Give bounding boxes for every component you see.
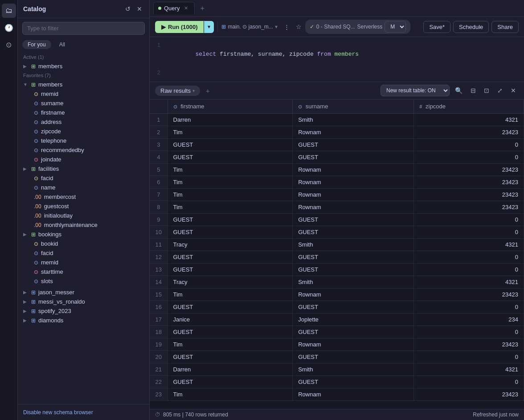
sidebar-col-initialoutlay[interactable]: .00 initialoutlay bbox=[18, 211, 149, 220]
close-tab-icon[interactable]: ✕ bbox=[184, 5, 188, 11]
sidebar-item-active-members[interactable]: ▶ ⊞ members bbox=[18, 62, 149, 71]
key-icon: ⊙ bbox=[34, 91, 38, 97]
zipcode-cell: 23423 bbox=[414, 189, 524, 201]
m-select[interactable]: M S L bbox=[385, 21, 406, 33]
sidebar-col-slots[interactable]: ⊙ slots bbox=[18, 276, 149, 286]
catalog-filter-input[interactable] bbox=[22, 22, 145, 35]
nav-schema-icon[interactable]: ⊙ bbox=[2, 37, 16, 52]
search-results-button[interactable]: 🔍 bbox=[452, 85, 465, 96]
chevron-right-icon4: ▶ bbox=[23, 290, 29, 295]
surname-cell: Smith bbox=[293, 114, 414, 126]
col-header-surname[interactable]: ⊙ surname bbox=[293, 99, 414, 114]
row-number-cell: 14 bbox=[150, 276, 168, 288]
query-tab[interactable]: Query ✕ bbox=[153, 2, 195, 15]
results-tab[interactable]: Raw results ▾ bbox=[155, 86, 200, 96]
query-tab-label: Query bbox=[164, 5, 180, 12]
tab-status-dot bbox=[158, 7, 161, 10]
firstname-cell: Tim bbox=[168, 338, 293, 351]
row-number-cell: 19 bbox=[150, 338, 168, 351]
sidebar-col-firstname[interactable]: ⊙ firstname bbox=[18, 108, 149, 117]
zipcode-cell: 0 bbox=[414, 251, 524, 264]
new-result-table-select[interactable]: New result table: ON New result table: O… bbox=[381, 85, 450, 96]
star-icon[interactable]: ☆ bbox=[296, 23, 302, 30]
disable-schema-browser-link[interactable]: Disable new schema browser bbox=[23, 409, 93, 416]
sidebar-col-starttime[interactable]: ⊙ starttime bbox=[18, 267, 149, 276]
surname-cell: Rownam bbox=[293, 164, 414, 176]
tab-for-you[interactable]: For you bbox=[22, 40, 51, 49]
add-tab-button[interactable]: + bbox=[196, 4, 208, 12]
schedule-button[interactable]: Schedule bbox=[453, 21, 489, 33]
sidebar-col-zipcode[interactable]: ⊙ zipcode bbox=[18, 127, 149, 136]
line-code-2 bbox=[168, 69, 524, 78]
refresh-button[interactable]: ↺ bbox=[123, 4, 132, 13]
sidebar-item-facilities[interactable]: ▶ ⊞ facilities bbox=[18, 164, 149, 173]
toolbar-more-button[interactable]: ⋮ bbox=[281, 22, 292, 32]
tab-all[interactable]: All bbox=[54, 40, 70, 49]
surname-cell: Rownam bbox=[293, 189, 414, 201]
surname-cell: GUEST bbox=[293, 264, 414, 276]
db-icon: ⊞ bbox=[31, 289, 36, 296]
results-tab-label: Raw results bbox=[160, 87, 191, 94]
firstname-cell: Tim bbox=[168, 164, 293, 176]
sidebar-col-memid2[interactable]: ⊙ memid bbox=[18, 258, 149, 267]
close-results-button[interactable]: ✕ bbox=[508, 85, 519, 96]
sidebar-col-bookid[interactable]: ⊙ bookid bbox=[18, 239, 149, 248]
run-button[interactable]: ▶ Run (1000) bbox=[155, 21, 204, 33]
col-header-zipcode[interactable]: # zipcode bbox=[414, 99, 524, 114]
table-row: 17JaniceJoplette234 bbox=[150, 313, 524, 326]
share-button[interactable]: Share bbox=[491, 21, 519, 33]
sidebar-item-bookings[interactable]: ▶ ⊞ bookings bbox=[18, 230, 149, 239]
sidebar-item-jason-messer[interactable]: ▶ ⊞ jason_messer bbox=[18, 288, 149, 297]
active-section-label: Active (1) bbox=[18, 53, 149, 62]
string-icon5: ⊙ bbox=[34, 138, 38, 144]
editor-area[interactable]: 1 select firstname, surname, zipcode fro… bbox=[150, 37, 524, 82]
row-number-cell: 7 bbox=[150, 189, 168, 201]
row-number-cell: 9 bbox=[150, 214, 168, 226]
zipcode-cell: 0 bbox=[414, 264, 524, 276]
bookings-table-icon: ⊞ bbox=[31, 231, 36, 238]
sidebar-col-joindate[interactable]: ⊙ joindate bbox=[18, 155, 149, 164]
save-button[interactable]: Save* bbox=[423, 21, 450, 33]
firstname-cell: GUEST bbox=[168, 301, 293, 313]
zipcode-col-label: zipcode bbox=[426, 103, 446, 110]
line-number-1: 1 bbox=[150, 41, 168, 50]
surname-cell: GUEST bbox=[293, 351, 414, 363]
sidebar-col-membercost[interactable]: .00 membercost bbox=[18, 192, 149, 202]
sidebar-col-memid[interactable]: ⊙ memid bbox=[18, 89, 149, 99]
date-icon2: ⊙ bbox=[34, 269, 38, 275]
nav-history-icon[interactable]: 🕐 bbox=[2, 21, 16, 35]
firstname-col-label: firstname bbox=[180, 103, 204, 110]
sidebar-col-name[interactable]: ⊙ name bbox=[18, 183, 149, 192]
filter-results-button[interactable]: ⊟ bbox=[468, 85, 479, 96]
fullscreen-button[interactable]: ⤢ bbox=[495, 85, 505, 96]
sidebar-col-facid2[interactable]: ⊙ facid bbox=[18, 248, 149, 258]
sidebar-col-monthlymaintenance[interactable]: .00 monthlymaintenance bbox=[18, 220, 149, 230]
col-header-firstname[interactable]: ⊙ firstname bbox=[168, 99, 293, 114]
row-number-cell: 5 bbox=[150, 164, 168, 176]
sidebar-item-members[interactable]: ▼ ⊞ members bbox=[18, 80, 149, 89]
nav-catalog-icon[interactable]: 🗂 bbox=[2, 4, 16, 18]
close-sidebar-button[interactable]: ✕ bbox=[135, 4, 144, 13]
line-code-1: select firstname, surname, zipcode from … bbox=[168, 41, 524, 68]
sidebar-item-messi-vs-ronaldo[interactable]: ▶ ⊞ messi_vs_ronaldo bbox=[18, 297, 149, 306]
table-row: 12GUESTGUEST0 bbox=[150, 251, 524, 264]
string-icon7: ⊙ bbox=[34, 185, 38, 191]
sidebar-item-diamonds[interactable]: ▶ ⊞ diamonds bbox=[18, 316, 149, 325]
sidebar-col-guestcost[interactable]: .00 guestcost bbox=[18, 202, 149, 211]
row-number-cell: 16 bbox=[150, 301, 168, 313]
sidebar-col-recommendedby[interactable]: ⊙ recommendedby bbox=[18, 145, 149, 155]
tab-bar: Query ✕ + bbox=[150, 0, 524, 17]
surname-cell: Rownam bbox=[293, 338, 414, 351]
sidebar-item-spotify-2023[interactable]: ▶ ⊞ spotify_2023 bbox=[18, 306, 149, 316]
sidebar-col-surname[interactable]: ⊙ surname bbox=[18, 99, 149, 108]
firstname-cell: Darren bbox=[168, 114, 293, 126]
sidebar-col-facid[interactable]: ⊙ facid bbox=[18, 173, 149, 183]
string-icon6: ⊙ bbox=[34, 147, 38, 153]
table-row: 11TracySmith4321 bbox=[150, 239, 524, 251]
sidebar-col-telephone[interactable]: ⊙ telephone bbox=[18, 136, 149, 145]
add-result-button[interactable]: + bbox=[204, 86, 212, 95]
columns-button[interactable]: ⊡ bbox=[481, 85, 492, 96]
zipcode-cell: 0 bbox=[414, 214, 524, 226]
run-dropdown-button[interactable]: ▾ bbox=[204, 21, 214, 33]
sidebar-col-address[interactable]: ⊙ address bbox=[18, 117, 149, 127]
